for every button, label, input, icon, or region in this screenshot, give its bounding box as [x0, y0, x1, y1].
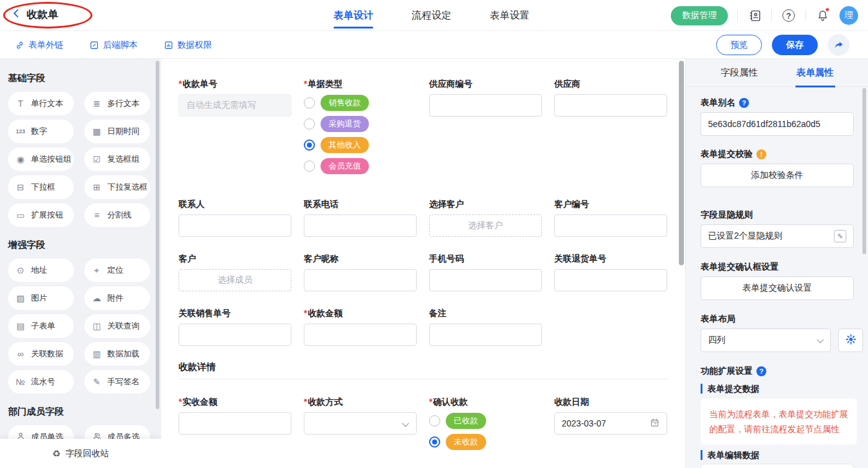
field-actual-amount[interactable]: *实收金额 [179, 395, 291, 435]
field-receipt-no[interactable]: *收款单号 自动生成无需填写 [179, 77, 291, 117]
help-badge-icon[interactable] [739, 98, 749, 108]
doc-type-option-sales[interactable]: 销售收款 [304, 95, 417, 111]
amount-input[interactable] [304, 324, 417, 346]
field-doc-type[interactable]: *单据类型 销售收款 采购退货 其他收入 会员充值 [304, 77, 417, 174]
remark-input[interactable] [429, 324, 542, 346]
form-external-link[interactable]: 表单外链 [15, 40, 63, 51]
field-pill-extend-button[interactable]: ▭扩展按钮 [8, 203, 74, 227]
field-pill-checkbox-group[interactable]: ☑复选框组 [84, 148, 150, 171]
field-remark[interactable]: 备注 [429, 307, 542, 346]
form-layout-label: 表单布局 [701, 314, 735, 325]
customer-nick-input[interactable] [304, 269, 417, 291]
field-amount[interactable]: *收款金额 [304, 307, 417, 346]
field-customer[interactable]: 客户 选择成员 [179, 252, 291, 291]
field-supplier[interactable]: 供应商 [554, 77, 667, 117]
supplier-no-input[interactable] [429, 94, 542, 117]
field-pill-linked-data[interactable]: ∞关联数据 [8, 342, 74, 366]
actual-amount-input[interactable] [179, 412, 291, 435]
field-pill-dropdown[interactable]: ⊟下拉框 [8, 175, 74, 199]
tab-form-setting[interactable]: 表单设置 [490, 0, 529, 31]
backend-script-link[interactable]: 后端脚本 [89, 40, 138, 51]
field-related-sales-no[interactable]: 关联销售单号 [179, 307, 291, 346]
share-button[interactable] [828, 34, 849, 56]
warning-badge-icon[interactable] [756, 149, 766, 159]
preview-button[interactable]: 预览 [716, 35, 762, 55]
field-pill-subform[interactable]: ▤子表单 [8, 314, 74, 338]
tab-flow-setting[interactable]: 流程设定 [412, 0, 451, 31]
field-select-customer[interactable]: 选择客户 选择客户 [429, 198, 542, 237]
edit-icon[interactable]: ✎ [834, 230, 846, 242]
tab-field-properties[interactable]: 字段属性 [721, 59, 758, 87]
field-pill-attachment[interactable]: ☁附件 [84, 286, 150, 310]
save-button[interactable]: 保存 [772, 35, 818, 55]
field-pill-multi-line-text[interactable]: ≣多行文本 [84, 92, 150, 115]
field-pill-image[interactable]: ▨图片 [8, 286, 74, 310]
radio-icon-selected[interactable] [429, 436, 440, 448]
field-pill-divider[interactable]: ≡分割线 [84, 203, 150, 227]
select-member-button[interactable]: 选择成员 [179, 269, 291, 291]
field-pill-signature[interactable]: ✎手写签名 [84, 370, 150, 394]
contact-phone-input[interactable] [304, 214, 417, 237]
data-manage-button[interactable]: 数据管理 [671, 6, 728, 25]
field-pill-geolocation[interactable]: ⌖定位 [84, 258, 150, 282]
sidebar-scrollbar[interactable] [156, 61, 159, 409]
panel-scrollbar[interactable] [862, 88, 866, 254]
contacts-icon[interactable] [747, 8, 762, 23]
layout-settings-button[interactable] [838, 329, 863, 352]
field-confirm-receipt[interactable]: *确认收款 已收款 未收款 [429, 395, 542, 450]
pay-method-select[interactable] [304, 412, 417, 435]
contact-input[interactable] [179, 214, 291, 237]
related-return-no-input[interactable] [554, 269, 667, 291]
field-pill-data-load[interactable]: ▥数据加载 [84, 342, 150, 366]
radio-icon[interactable] [304, 97, 315, 108]
avatar[interactable]: 理 [839, 6, 858, 25]
radio-icon-selected[interactable] [304, 139, 315, 151]
receipt-date-input[interactable]: 2023-03-07 [554, 412, 667, 435]
radio-icon[interactable] [429, 415, 440, 426]
tab-form-design[interactable]: 表单设计 [334, 0, 373, 31]
related-sales-no-input[interactable] [179, 324, 291, 346]
field-pill-serial-number[interactable]: №流水号 [8, 370, 74, 394]
layout-select[interactable]: 四列 [701, 329, 831, 352]
submit-confirm-button[interactable]: 表单提交确认设置 [701, 276, 854, 300]
field-recycle-bin[interactable]: ♻ 字段回收站 [0, 439, 161, 468]
radio-icon[interactable] [304, 118, 315, 130]
customer-no-input[interactable] [554, 214, 667, 237]
field-customer-nick[interactable]: 客户昵称 [304, 252, 417, 291]
field-contact-phone[interactable]: 联系电话 [304, 198, 417, 237]
confirm-option-not-received[interactable]: 未收款 [429, 434, 542, 450]
field-pill-address[interactable]: ⊙地址 [8, 258, 74, 282]
field-pay-method[interactable]: *收款方式 [304, 395, 417, 435]
field-supplier-no[interactable]: 供应商编号 [429, 77, 542, 117]
receipt-no-input[interactable]: 自动生成无需填写 [179, 94, 291, 117]
supplier-input[interactable] [554, 94, 667, 117]
data-permission-link[interactable]: 数据权限 [164, 40, 212, 51]
confirm-option-received[interactable]: 已收款 [429, 413, 542, 429]
notification-bell-icon[interactable] [815, 8, 830, 23]
radio-icon[interactable] [304, 161, 315, 172]
field-pill-multi-dropdown[interactable]: ⊞下拉复选框 [84, 175, 150, 199]
field-contact[interactable]: 联系人 [179, 198, 291, 237]
back-button[interactable]: 收款单 [11, 7, 58, 22]
doc-type-option-member-recharge[interactable]: 会员充值 [304, 158, 417, 174]
visibility-rules-box[interactable]: 已设置2个显隐规则 ✎ [701, 224, 854, 248]
field-customer-no[interactable]: 客户编号 [554, 198, 667, 237]
doc-type-option-purchase-return[interactable]: 采购退货 [304, 116, 417, 132]
canvas-scrollbar[interactable] [679, 61, 684, 265]
field-pill-linked-query[interactable]: ◫关联查询 [84, 314, 150, 338]
help-badge-icon[interactable] [756, 366, 766, 376]
field-mobile[interactable]: 手机号码 [429, 252, 542, 291]
field-pill-single-line-text[interactable]: T单行文本 [8, 92, 74, 115]
select-customer-button[interactable]: 选择客户 [429, 214, 542, 237]
form-alias-input[interactable]: 5e63dc87d61df2811b62a0d5 [701, 112, 854, 136]
field-receipt-date[interactable]: 收款日期 2023-03-07 [554, 395, 667, 435]
field-pill-number[interactable]: 123数字 [8, 120, 74, 143]
help-icon[interactable] [781, 8, 796, 23]
add-validation-button[interactable]: 添加校验条件 [701, 164, 854, 187]
field-related-return-no[interactable]: 关联退货单号 [554, 252, 667, 291]
doc-type-option-other-income[interactable]: 其他收入 [304, 137, 417, 153]
field-pill-datetime[interactable]: ▦日期时间 [84, 120, 150, 143]
tab-form-properties[interactable]: 表单属性 [797, 59, 834, 87]
field-pill-radio-group[interactable]: ◉单选按钮组 [8, 148, 74, 171]
mobile-input[interactable] [429, 269, 542, 291]
